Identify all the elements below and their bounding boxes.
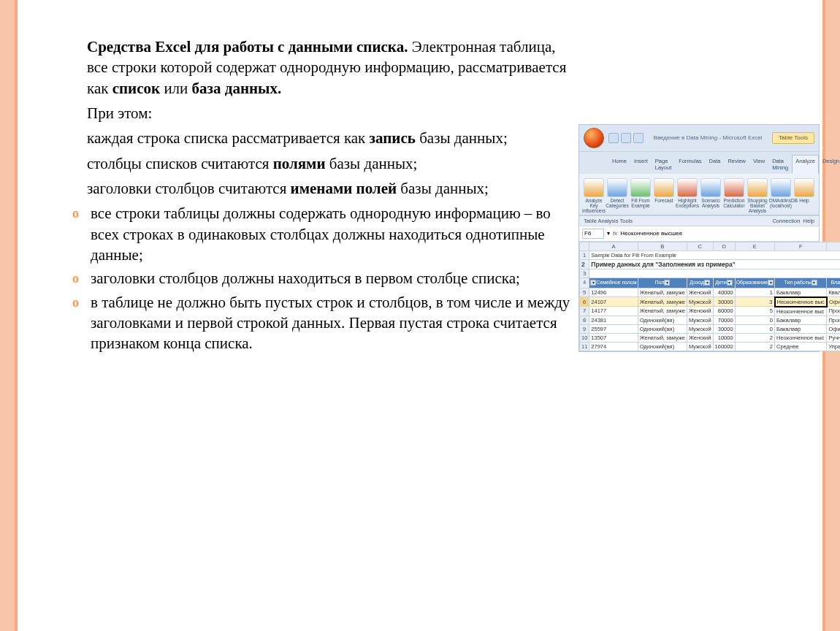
data-row[interactable]: 2Пример данных для "Заполнения из пример… [580,260,841,269]
fx-icon[interactable]: fx [613,230,617,237]
table-header-row[interactable]: 4 ▾Семейное полож Пол▾ Доход▾ Дети▾ Обра… [580,278,841,288]
bold: список [112,80,160,97]
filter-dropdown-icon[interactable]: ▾ [727,280,733,286]
ribbon-labels-row: Analyze Key Influencers Detect Categorie… [582,199,816,213]
ribbon-icon[interactable] [724,178,744,197]
bold: база данных. [192,80,282,97]
data-row[interactable]: 1013507Женатый, замужеЖенский100002Неоко… [580,333,841,342]
ribbon-icon[interactable] [794,178,814,197]
ribbon-icon[interactable] [584,178,604,197]
filter-dropdown-icon[interactable]: ▾ [768,280,774,286]
qat-save-icon[interactable] [608,133,619,143]
data-row[interactable]: 824381Одинокий(ая)Мужской700000БакалаврП… [580,316,841,324]
contextual-tab[interactable]: Table Tools [772,132,814,144]
tab-datamining[interactable]: Data Mining [768,155,792,174]
ribbon-icon[interactable] [771,178,791,197]
filter-dropdown-icon[interactable]: ▾ [812,280,817,286]
text-span: или [160,80,191,97]
titlebar: Введение в Data Mining - Microsoft Excel… [579,125,819,152]
excel-screenshot: Введение в Data Mining - Microsoft Excel… [579,124,820,352]
slide-frame: Средства Excel для работы с данными спис… [15,0,825,631]
paragraph-5: заголовки столбцов считаются именами пол… [54,178,580,199]
office-button-icon[interactable] [584,128,604,148]
bullet-1: все строки таблицы должны содержать одно… [76,203,580,265]
paragraph-3: каждая строка списка рассматривается как… [54,128,580,148]
data-row[interactable]: 624107Женатый, замужеМужской300003Неокон… [580,297,841,307]
formula-text[interactable]: Неоконченное высшее [620,230,682,237]
spreadsheet-grid[interactable]: A B C D E F G H 1Sample Data for Fill Fr… [579,242,840,351]
name-box-dropdown-icon[interactable]: ▾ [607,230,610,237]
tab-design[interactable]: Design [819,155,840,174]
bullet-2: заголовки столбцов должны находиться в п… [76,268,580,288]
qat-undo-icon[interactable] [621,133,631,143]
data-row[interactable]: 714177Женатый, замужеЖенский800005Неокон… [580,307,841,316]
data-row[interactable]: 512496Женатый, замужеЖенский400001Бакала… [580,288,841,297]
qat-redo-icon[interactable] [633,133,644,143]
tab-data[interactable]: Data [706,155,725,174]
text-content: Средства Excel для работы с данными спис… [54,37,580,357]
ribbon-icon[interactable] [654,178,674,197]
formula-bar: F6 ▾ fx Неоконченное высшее [579,226,819,242]
bullet-3: в таблице не должно быть пустых строк и … [76,292,580,354]
ribbon-icon[interactable] [747,178,768,197]
tab-review[interactable]: Review [724,155,749,174]
paragraph-1: Средства Excel для работы с данными спис… [54,37,580,99]
filter-dropdown-icon[interactable]: ▾ [664,280,670,286]
tab-view[interactable]: View [749,155,768,174]
ribbon-body: Analyze Key Influencers Detect Categorie… [579,174,819,215]
tab-formulas[interactable]: Formulas [675,155,705,174]
ribbon-icon[interactable] [700,178,721,197]
ribbon-tabs: Home Insert Page Layout Formulas Data Re… [579,152,819,174]
tab-pagelayout[interactable]: Page Layout [652,155,676,174]
tab-insert[interactable]: Insert [630,155,652,174]
column-headers: A B C D E F G H [580,242,841,251]
data-row[interactable]: 1Sample Data for Fill From Example [580,251,841,260]
paragraph-4: столбцы списков считаются полями базы да… [54,153,580,174]
tab-analyze[interactable]: Analyze [792,155,819,174]
paragraph-2: При этом: [54,103,580,123]
name-box[interactable]: F6 [582,229,604,239]
ribbon-icon[interactable] [607,178,627,197]
quick-access-toolbar [608,133,644,143]
ribbon-icon[interactable] [677,178,698,197]
tab-home[interactable]: Home [608,155,630,174]
window-title: Введение в Data Mining - Microsoft Excel [644,134,772,142]
bullet-list: все строки таблицы должны содержать одно… [54,203,580,353]
filter-dropdown-icon[interactable]: ▾ [704,280,710,286]
data-row[interactable]: 1127974Одинокий(ая)Мужской1600002Среднее… [580,342,841,351]
bold-title: Средства Excel для работы с данными спис… [87,38,408,56]
ribbon-icons-row [582,178,816,197]
ribbon-group-labels: Table Analysis Tools Connection Help [579,215,819,226]
data-row[interactable]: 925597Одинокий(ая)Мужской300000БакалаврО… [580,324,841,333]
ribbon-icon[interactable] [630,178,651,197]
data-row[interactable]: 3 [580,269,841,278]
